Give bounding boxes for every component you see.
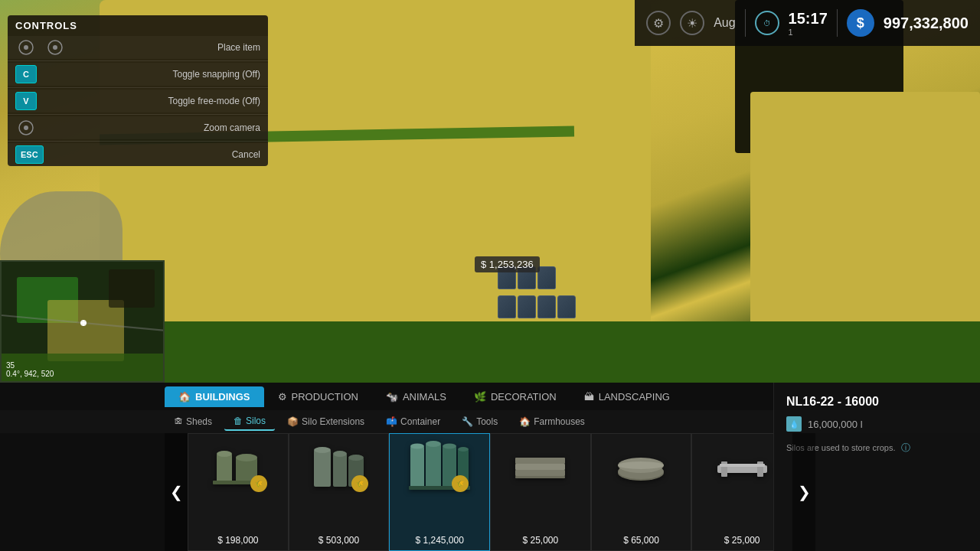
item-preview-3: 🌾 (409, 440, 470, 494)
item-card-5[interactable]: $ 65,000 (591, 433, 692, 551)
sun-icon[interactable]: ☀ (680, 11, 704, 35)
farmhouses-icon: 🏠 (519, 416, 531, 427)
item-badge-3: 🌾 (452, 475, 469, 492)
control-row-cancel: ESC Cancel (8, 143, 268, 166)
svg-rect-15 (217, 454, 232, 484)
svg-rect-36 (515, 464, 565, 470)
buildings-icon: 🏠 (178, 391, 191, 403)
subtab-silos[interactable]: 🗑 Silos (224, 412, 275, 431)
svg-point-29 (426, 441, 441, 447)
subtab-silo-extensions[interactable]: 📦 Silo Extensions (278, 413, 374, 430)
divider (8, 114, 268, 115)
svg-point-27 (410, 444, 424, 449)
production-icon: ⚙ (278, 391, 287, 403)
tools-icon: 🔧 (462, 416, 473, 427)
item-preview-6 (711, 440, 773, 494)
svg-point-31 (443, 444, 456, 449)
item-price-4: $ 25,000 (522, 535, 558, 546)
capacity-value: 16,000,000 l (808, 419, 863, 430)
silos-icon: 🗑 (234, 416, 243, 426)
item-price-3: $ 1,245,000 (415, 535, 463, 546)
divider (8, 141, 268, 142)
item-preview-4 (510, 440, 571, 494)
item-card-1[interactable]: 🌾 $ 198,000 (188, 433, 289, 551)
v-key[interactable]: V (15, 92, 37, 110)
clock-icon: ⏱ (755, 11, 779, 35)
settings-icon[interactable]: ⚙ (646, 11, 671, 35)
subtab-tools[interactable]: 🔧 Tools (452, 413, 507, 430)
item-badge-2: 🌾 (351, 475, 368, 492)
minimap-coords: 35 0.4°, 942, 520 (6, 361, 54, 378)
silos-placement: $ 1,253,236 (498, 260, 576, 318)
item-card-3[interactable]: 🌾 $ 1,245,000 (389, 433, 490, 551)
carousel-next-button[interactable]: ❯ (792, 433, 815, 551)
svg-point-23 (333, 451, 347, 457)
controls-title: CONTROLS (8, 15, 268, 36)
price-tag: $ 1,253,236 (475, 256, 540, 272)
container-icon: 📫 (386, 416, 397, 427)
place-key-icon2 (44, 38, 66, 57)
subtab-container[interactable]: 📫 Container (377, 413, 449, 430)
svg-point-3 (53, 45, 57, 50)
money-icon: $ (847, 9, 874, 37)
tab-production[interactable]: ⚙ PRODUCTION (264, 386, 372, 407)
item-preview-2: 🌾 (309, 440, 370, 494)
item-capacity-row: 💧 16,000,000 l (786, 416, 968, 432)
item-card-4[interactable]: $ 25,000 (490, 433, 591, 551)
silo-beam-svg (714, 442, 771, 492)
svg-point-1 (24, 45, 28, 50)
svg-rect-9 (109, 269, 155, 308)
place-key-icon (15, 38, 37, 57)
svg-point-18 (236, 454, 257, 461)
svg-point-42 (618, 461, 664, 469)
subtab-sheds[interactable]: 🏚 Sheds (165, 413, 221, 430)
item-price-5: $ 65,000 (623, 535, 659, 546)
svg-rect-37 (515, 470, 565, 476)
svg-rect-22 (333, 454, 347, 487)
control-row-freemode: V Toggle free-mode (Off) (8, 90, 268, 112)
place-label: Place item (74, 42, 260, 53)
silo-round-svg (612, 442, 670, 492)
tab-buildings[interactable]: 🏠 BUILDINGS (165, 386, 264, 407)
zoom-label: Zoom camera (44, 122, 260, 133)
item-preview-5 (611, 440, 672, 494)
svg-point-33 (458, 447, 469, 452)
svg-rect-28 (426, 444, 441, 488)
barrel (498, 295, 516, 318)
control-row-snapping: C Toggle snapping (Off) (8, 63, 268, 86)
svg-point-21 (314, 447, 331, 453)
item-card-2[interactable]: 🌾 $ 503,000 (289, 433, 390, 551)
svg-point-25 (348, 455, 364, 461)
barrel-row-2 (498, 295, 576, 318)
tab-landscaping[interactable]: 🏔 LANDSCAPING (570, 386, 684, 407)
minimap: 35 0.4°, 942, 520 (0, 260, 165, 383)
silo-ext-icon: 📦 (287, 416, 299, 427)
subtab-farmhouses[interactable]: 🏠 Farmhouses (510, 413, 594, 430)
decoration-icon: 🌿 (474, 391, 486, 403)
svg-rect-20 (314, 450, 331, 487)
divider (8, 87, 268, 88)
carousel-prev-button[interactable]: ❮ (165, 433, 188, 551)
control-row-zoom: Zoom camera (8, 116, 268, 139)
sheds-icon: 🏚 (174, 416, 183, 427)
svg-rect-46 (720, 464, 765, 467)
time-display: 15:17 1 (789, 10, 828, 37)
snapping-label: Toggle snapping (Off) (44, 69, 260, 80)
svg-rect-38 (515, 476, 565, 478)
item-preview-1: 🌾 (207, 440, 269, 494)
silo-flat-svg (511, 442, 569, 492)
svg-rect-26 (410, 446, 424, 488)
item-price-1: $ 198,000 (217, 535, 258, 546)
capacity-icon: 💧 (786, 416, 802, 432)
info-icon[interactable]: ⓘ (901, 442, 910, 453)
c-key[interactable]: C (15, 65, 37, 83)
selected-item-name: NL16-22 - 16000 (786, 395, 968, 409)
barrel (557, 295, 576, 318)
esc-key[interactable]: ESC (15, 145, 44, 164)
money-display: 997,332,800 (884, 15, 969, 32)
hud-divider-1 (745, 9, 746, 37)
control-row-place: Place item (8, 36, 268, 59)
cancel-label: Cancel (51, 149, 260, 160)
tab-animals[interactable]: 🐄 ANIMALS (372, 386, 460, 407)
tab-decoration[interactable]: 🌿 DECORATION (460, 386, 570, 407)
